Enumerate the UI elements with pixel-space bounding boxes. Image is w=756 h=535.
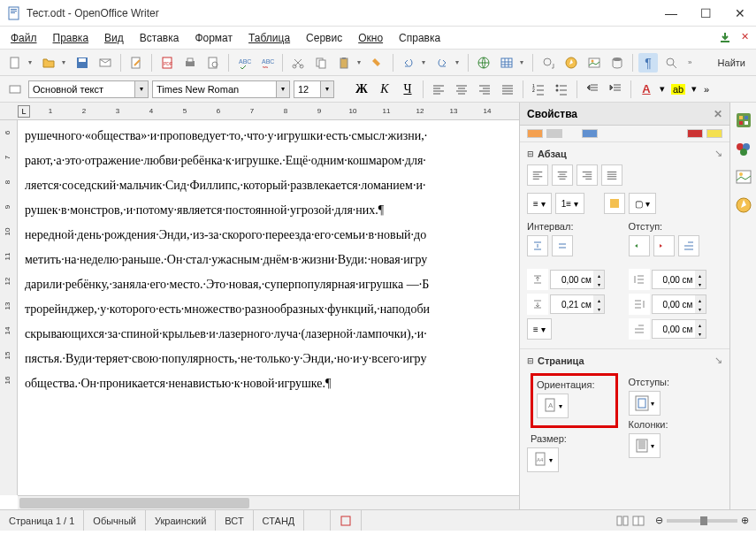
highlight-yellow[interactable] (706, 129, 722, 138)
datasource-button[interactable] (607, 53, 627, 73)
align-justify-button[interactable] (498, 80, 517, 99)
download-icon[interactable] (718, 31, 732, 45)
sidebar-close-button[interactable]: ✕ (714, 108, 722, 120)
space-after-field[interactable]: ▴▾ (550, 294, 605, 314)
status-standard[interactable]: СТАНД (254, 510, 305, 531)
find-button[interactable] (538, 53, 558, 73)
zoom-slider[interactable] (667, 519, 737, 523)
scrollbar-thumb[interactable] (19, 498, 249, 508)
document-content[interactable]: рушечного·«общества»·и·проповедует·то,·ч… (21, 122, 519, 495)
format-paint-button[interactable] (368, 53, 387, 73)
close-doc-icon[interactable]: ✕ (741, 31, 749, 45)
bullet-list-button[interactable] (552, 80, 571, 99)
align-left-btn[interactable] (527, 164, 548, 186)
styles-button[interactable] (5, 80, 25, 99)
pdf-button[interactable]: PDF (157, 53, 177, 73)
line-spacing-btn[interactable]: ≡ ▾ (527, 318, 552, 340)
status-language[interactable]: Украинский (146, 510, 216, 531)
autospell-button[interactable]: ABC (257, 53, 277, 73)
cut-button[interactable] (288, 53, 308, 73)
gallery-panel-icon[interactable] (733, 166, 754, 187)
menu-format[interactable]: Формат (191, 30, 236, 46)
zoom-button[interactable] (661, 53, 681, 73)
spellcheck-button[interactable]: ABC (234, 53, 254, 73)
align-justify-btn[interactable] (601, 164, 622, 186)
menu-edit[interactable]: Правка (50, 30, 93, 46)
increase-indent-button[interactable] (606, 80, 625, 99)
navigator-panel-icon[interactable] (733, 195, 754, 216)
bullet-btn[interactable]: ≡ ▾ (527, 193, 552, 214)
status-style[interactable]: Обычный (84, 510, 146, 531)
minimize-button[interactable]: — (661, 6, 681, 20)
close-button[interactable]: ✕ (731, 6, 749, 20)
status-signature[interactable] (331, 510, 362, 531)
email-button[interactable] (95, 53, 115, 73)
indent-first-field[interactable]: ▴▾ (652, 319, 706, 339)
hyperlink-button[interactable] (474, 53, 493, 73)
view-layout-icon[interactable] (616, 515, 629, 527)
maximize-button[interactable]: ☐ (697, 6, 715, 20)
preview-button[interactable] (203, 53, 223, 73)
styles-panel-icon[interactable] (733, 138, 754, 159)
align-left-button[interactable] (429, 80, 448, 99)
horizontal-ruler[interactable]: L 1234567891011121314 (0, 103, 519, 120)
properties-panel-icon[interactable] (733, 110, 754, 131)
para-style-combo[interactable]: ▾ (28, 80, 149, 98)
zoom-out-icon[interactable]: ⊖ (655, 515, 663, 526)
number-btn[interactable]: 1≡ ▾ (555, 193, 584, 214)
status-page[interactable]: Страница 1 / 1 (0, 510, 84, 531)
menu-file[interactable]: Файл (7, 30, 41, 46)
highlight-blue[interactable] (582, 129, 598, 138)
copy-button[interactable] (311, 53, 331, 73)
bold-button[interactable]: Ж (352, 80, 371, 99)
view-book-icon[interactable] (632, 515, 645, 527)
border-btn[interactable]: ▢ ▾ (629, 193, 656, 214)
status-insert[interactable]: ВСТ (216, 510, 253, 531)
menu-table[interactable]: Таблица (245, 30, 294, 46)
align-center-button[interactable] (452, 80, 471, 99)
find-label[interactable]: Найти (713, 56, 751, 70)
align-right-btn[interactable] (577, 164, 598, 186)
save-button[interactable] (73, 53, 92, 73)
size-button[interactable]: A4 ▾ (527, 447, 559, 472)
underline-button[interactable]: Ч (398, 80, 417, 99)
zoom-in-icon[interactable]: ⊕ (741, 515, 749, 526)
nonprinting-button[interactable]: ¶ (638, 53, 658, 73)
highlight-red[interactable] (687, 129, 703, 138)
indent-first-btn[interactable] (678, 235, 699, 256)
space-before-field[interactable]: ▴▾ (550, 270, 605, 289)
menu-tools[interactable]: Сервис (302, 30, 346, 46)
more-options-icon[interactable]: ↘ (714, 148, 722, 159)
align-right-button[interactable] (475, 80, 494, 99)
print-button[interactable] (180, 53, 200, 73)
indent-dec-btn[interactable] (653, 235, 675, 256)
columns-button[interactable]: ▾ (629, 433, 661, 458)
collapse-icon[interactable]: ⊟ (527, 356, 534, 365)
space-inc-btn[interactable] (527, 235, 548, 256)
redo-button[interactable] (432, 53, 452, 73)
margins-button[interactable]: ▾ (629, 391, 661, 416)
navigator-button[interactable] (561, 53, 581, 73)
status-selection[interactable] (304, 510, 331, 531)
italic-button[interactable]: К (375, 80, 394, 99)
space-dec-btn[interactable] (552, 235, 573, 256)
font-name-combo[interactable]: ▾ (152, 80, 290, 98)
indent-inc-btn[interactable] (629, 235, 650, 256)
highlight-button[interactable]: ab (668, 80, 688, 99)
horizontal-scrollbar[interactable] (18, 495, 519, 509)
undo-button[interactable] (399, 53, 418, 73)
indent-left-field[interactable]: ▴▾ (652, 270, 706, 289)
highlight-gray[interactable] (546, 129, 562, 138)
highlight-orange[interactable] (527, 129, 543, 138)
edit-button[interactable] (126, 53, 146, 73)
align-center-btn[interactable] (552, 164, 573, 186)
gallery-button[interactable] (584, 53, 604, 73)
orientation-button[interactable]: A ▾ (537, 394, 569, 418)
more-options-icon[interactable]: ↘ (714, 355, 722, 366)
font-size-combo[interactable]: ▾ (294, 80, 334, 98)
open-button[interactable] (39, 53, 58, 73)
paste-button[interactable] (334, 53, 354, 73)
numbered-list-button[interactable]: 12 (529, 80, 548, 99)
menu-insert[interactable]: Вставка (136, 30, 183, 46)
tab-selector[interactable]: L (18, 105, 30, 118)
